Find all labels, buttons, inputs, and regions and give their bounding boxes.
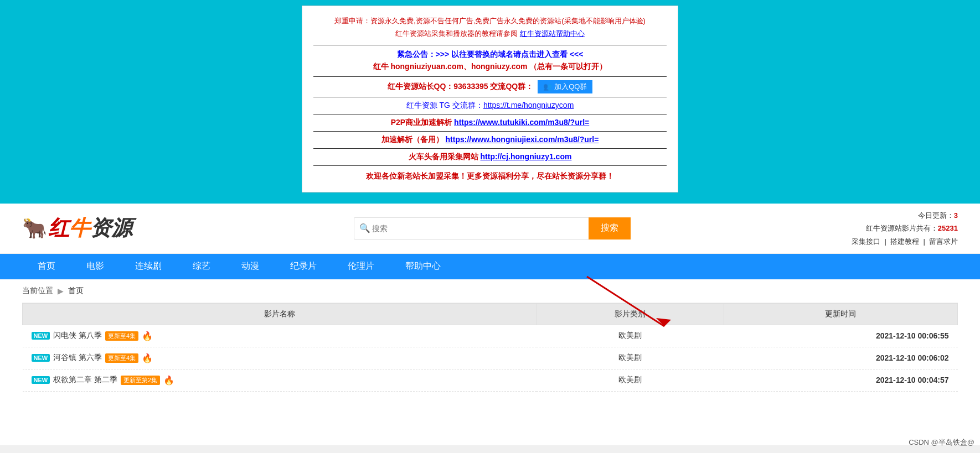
movie-time-cell: 2021-12-10 00:04:57 <box>724 369 957 391</box>
movie-time-cell: 2021-12-10 00:06:02 <box>724 347 957 369</box>
movie-time-cell: 2021-12-10 00:06:55 <box>724 325 957 347</box>
update-badge: 更新至4集 <box>105 353 138 363</box>
tg-info: 红牛资源 TG 交流群：https://t.me/hongniuzycom <box>313 101 667 111</box>
update-badge: 更新至4集 <box>105 331 138 341</box>
search-area: 🔍 搜索 <box>354 217 631 239</box>
backup-info: 加速解析（备用） https://www.hongniujiexi.com/m3… <box>313 135 667 145</box>
movie-title: 河谷镇 第六季 <box>53 353 102 363</box>
site-header: 🐂 红牛资源 🔍 搜索 今日更新：3 红牛资源站影片共有：25231 采集接口 … <box>0 204 980 254</box>
movie-category-cell: 欧美剧 <box>537 325 724 347</box>
new-badge: NEW <box>32 354 50 362</box>
new-badge: NEW <box>32 332 50 340</box>
p2p-link[interactable]: https://www.tutukiki.com/m3u8/?url= <box>454 118 589 127</box>
movie-name-cell: NEW 权欲第二章 第二季 更新至第2集 🔥 <box>23 369 537 391</box>
today-update: 今日更新：3 <box>852 209 958 222</box>
warning-text: 郑重申请：资源永久免费,资源不告任何广告,免费广告永久免费的资源站(采集地不能影… <box>313 14 667 40</box>
qq-icon: 👥 <box>543 82 552 91</box>
logo-bull-icon: 🐂 <box>22 217 47 240</box>
search-icon: 🔍 <box>359 223 370 233</box>
search-button[interactable]: 搜索 <box>589 217 631 239</box>
logo-red-part: 红牛 <box>48 216 90 239</box>
qq-row: 红牛资源站长QQ：93633395 交流QQ群： 👥 加入QQ群 <box>313 80 667 93</box>
header-stats: 今日更新：3 红牛资源站影片共有：25231 采集接口 | 搭建教程 | 留言求… <box>852 209 958 248</box>
join-qq-button[interactable]: 👥 加入QQ群 <box>538 80 592 93</box>
movie-row-content: NEW 河谷镇 第六季 更新至4集 🔥 <box>32 353 528 363</box>
main-nav: 首页 电影 连续剧 综艺 动漫 纪录片 伦理片 帮助中心 <box>0 254 980 279</box>
nav-home[interactable]: 首页 <box>22 254 71 279</box>
logo-black-part: 资源 <box>90 216 132 239</box>
movie-title: 闪电侠 第八季 <box>53 331 102 341</box>
movie-row-content: NEW 权欲第二章 第二季 更新至第2集 🔥 <box>32 375 528 386</box>
content-area: 当前位置 ▶ 首页 影片名称 影片类别 更新时间 NEW 闪电侠 第八季 更新至… <box>0 279 980 445</box>
col-header-time: 更新时间 <box>724 303 957 325</box>
col-header-category: 影片类别 <box>537 303 724 325</box>
movie-category-cell: 欧美剧 <box>537 369 724 391</box>
hot-icon: 🔥 <box>142 353 153 363</box>
announcement-box: 郑重申请：资源永久免费,资源不告任何广告,免费广告永久免费的资源站(采集地不能影… <box>302 6 678 192</box>
search-box: 🔍 <box>354 217 589 239</box>
logo-text: 红牛资源 <box>48 214 132 242</box>
movie-tbody: NEW 闪电侠 第八季 更新至4集 🔥 欧美剧 2021-12-10 00:06… <box>23 325 958 391</box>
nav-movie[interactable]: 电影 <box>71 254 120 279</box>
movie-title: 权欲第二章 第二季 <box>53 375 117 385</box>
csdn-watermark: CSDN @半岛铁盒@ <box>909 438 974 445</box>
nav-ethics[interactable]: 伦理片 <box>332 254 390 279</box>
breadcrumb-arrow-icon: ▶ <box>58 287 64 295</box>
movie-name-cell: NEW 河谷镇 第六季 更新至4集 🔥 <box>23 347 537 369</box>
logo-area: 🐂 红牛资源 <box>22 214 132 242</box>
p2p-info: P2P商业加速解析 https://www.tutukiki.com/m3u8/… <box>313 118 667 128</box>
train-link[interactable]: http://cj.hongniuzy1.com <box>481 152 572 161</box>
movie-category-cell: 欧美剧 <box>537 347 724 369</box>
domain-info: 红牛 hongniuziyuan.com、hongniuzy.com （总有一条… <box>313 62 667 72</box>
update-badge: 更新至第2集 <box>121 376 160 385</box>
movie-table: 影片名称 影片类别 更新时间 NEW 闪电侠 第八季 更新至4集 🔥 欧美剧 2… <box>22 303 958 392</box>
request-link[interactable]: 留言求片 <box>929 237 958 246</box>
backup-link[interactable]: https://www.hongniujiexi.com/m3u8/?url= <box>446 135 599 144</box>
hot-icon: 🔥 <box>163 375 174 386</box>
total-count: 25231 <box>938 224 958 232</box>
movie-name-cell: NEW 闪电侠 第八季 更新至4集 🔥 <box>23 325 537 347</box>
table-row[interactable]: NEW 闪电侠 第八季 更新至4集 🔥 欧美剧 2021-12-10 00:06… <box>23 325 958 347</box>
col-header-name: 影片名称 <box>23 303 537 325</box>
tg-link[interactable]: https://t.me/hongniuzycom <box>483 101 574 110</box>
announcement-banner: 郑重申请：资源永久免费,资源不告任何广告,免费广告永久免费的资源站(采集地不能影… <box>0 0 980 204</box>
urgent-notice: 紧急公告：>>> 以往要替换的域名请点击进入查看 <<< <box>313 50 667 60</box>
table-row[interactable]: NEW 河谷镇 第六季 更新至4集 🔥 欧美剧 2021-12-10 00:06… <box>23 347 958 369</box>
build-link[interactable]: 搭建教程 <box>890 237 919 246</box>
nav-variety[interactable]: 综艺 <box>177 254 226 279</box>
total-count-row: 红牛资源站影片共有：25231 <box>852 222 958 235</box>
nav-help[interactable]: 帮助中心 <box>390 254 456 279</box>
welcome-text: 欢迎各位新老站长加盟采集！更多资源福利分享，尽在站长资源分享群！ <box>313 171 667 181</box>
search-input[interactable] <box>354 217 589 239</box>
hot-icon: 🔥 <box>142 331 153 341</box>
breadcrumb: 当前位置 ▶ 首页 <box>22 279 958 303</box>
today-count: 3 <box>954 211 958 220</box>
header-links: 采集接口 | 搭建教程 | 留言求片 <box>852 235 958 248</box>
nav-anime[interactable]: 动漫 <box>226 254 275 279</box>
train-info: 火车头备用采集网站 http://cj.hongniuzy1.com <box>313 152 667 162</box>
movie-row-content: NEW 闪电侠 第八季 更新至4集 🔥 <box>32 331 528 341</box>
breadcrumb-home[interactable]: 首页 <box>68 286 84 296</box>
help-center-link[interactable]: 红牛资源站帮助中心 <box>520 29 585 38</box>
qq-label: 红牛资源站长QQ：93633395 交流QQ群： <box>388 82 534 92</box>
breadcrumb-label: 当前位置 <box>22 286 53 296</box>
new-badge: NEW <box>32 376 50 384</box>
table-row[interactable]: NEW 权欲第二章 第二季 更新至第2集 🔥 欧美剧 2021-12-10 00… <box>23 369 958 391</box>
nav-series[interactable]: 连续剧 <box>120 254 177 279</box>
api-link[interactable]: 采集接口 <box>852 237 880 246</box>
nav-documentary[interactable]: 纪录片 <box>275 254 332 279</box>
table-header: 影片名称 影片类别 更新时间 <box>23 303 958 325</box>
